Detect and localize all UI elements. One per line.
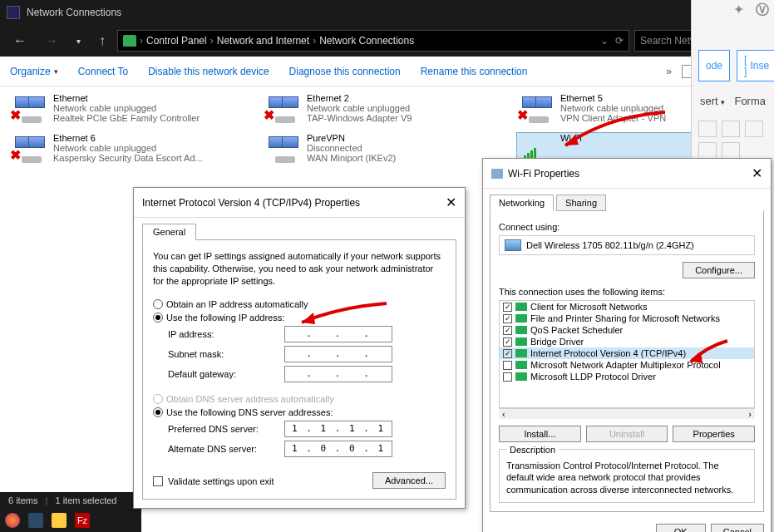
protocol-icon [515, 337, 527, 346]
network-component-row[interactable]: Bridge Driver [500, 336, 754, 347]
bg-align-left-icon[interactable] [722, 121, 740, 137]
horizontal-scrollbar[interactable]: ‹ › [499, 408, 755, 419]
component-checkbox[interactable] [503, 361, 512, 370]
network-component-row[interactable]: Client for Microsoft Networks [500, 301, 754, 313]
validate-checkbox[interactable] [153, 476, 163, 486]
breadcrumb-segment[interactable]: Control Panel [146, 35, 207, 47]
bg-insert-menu[interactable]: sert ▾ [700, 95, 725, 107]
adapter-icon: ✖ [264, 93, 300, 123]
firefox-icon[interactable] [5, 513, 20, 528]
scroll-left-icon[interactable]: ‹ [502, 409, 505, 419]
preferred-dns-input[interactable] [284, 421, 392, 437]
adapter-status: Network cable unplugged [307, 103, 412, 113]
breadcrumb-segment[interactable]: Network and Internet [217, 35, 309, 47]
recent-dropdown[interactable]: ▾ [70, 33, 87, 49]
task-view-icon[interactable] [28, 513, 43, 528]
tab-sharing[interactable]: Sharing [556, 195, 606, 211]
filezilla-icon[interactable]: Fz [75, 513, 90, 528]
install-button[interactable]: Install... [499, 426, 581, 442]
window-title: Network Connections [27, 7, 121, 18]
bg-align-center-icon[interactable] [745, 121, 763, 137]
network-component-row[interactable]: Internet Protocol Version 4 (TCP/IPv4) [500, 347, 754, 359]
breadcrumb-segment[interactable]: Network Connections [319, 35, 414, 47]
bg-plus-icon: ✦ [733, 2, 744, 19]
bg-format-menu[interactable]: Forma [734, 95, 766, 107]
component-label: Internet Protocol Version 4 (TCP/IPv4) [530, 348, 686, 358]
dialog-title: Wi-Fi Properties [508, 168, 579, 180]
adapter-item[interactable]: ✖Ethernet 6Network cable unpluggedKasper… [10, 133, 257, 163]
adapter-item[interactable]: ✖Ethernet 2Network cable unpluggedTAP-Wi… [264, 93, 510, 123]
disable-device-button[interactable]: Disable this network device [148, 66, 269, 77]
component-checkbox[interactable] [503, 326, 512, 335]
default-gateway-input[interactable] [284, 366, 392, 382]
bg-tool-icon[interactable] [698, 121, 717, 137]
ip-address-input[interactable] [284, 326, 392, 342]
breadcrumb[interactable]: › Control Panel › Network and Internet ›… [117, 30, 629, 52]
properties-button[interactable]: Properties [673, 426, 755, 442]
adapter-name: Ethernet [53, 93, 200, 103]
network-component-row[interactable]: QoS Packet Scheduler [500, 324, 754, 336]
advanced-button[interactable]: Advanced... [372, 472, 446, 489]
close-button[interactable]: ✕ [446, 195, 456, 210]
component-checkbox[interactable] [503, 349, 512, 358]
radio-manual-dns[interactable] [153, 407, 163, 417]
network-items-list[interactable]: Client for Microsoft NetworksFile and Pr… [499, 300, 755, 408]
bg-tool-icon[interactable] [722, 142, 740, 159]
radio-manual-ip[interactable] [153, 313, 163, 323]
diagnose-button[interactable]: Diagnose this connection [289, 66, 401, 77]
unplugged-icon: ✖ [10, 107, 21, 123]
wifi-properties-dialog: Wi-Fi Properties ✕ Networking Sharing Co… [482, 158, 772, 532]
organize-menu[interactable]: Organize ▾ [10, 66, 58, 77]
radio-auto-ip[interactable] [153, 299, 163, 309]
adapter-icon: ✖ [517, 93, 554, 123]
subnet-mask-input[interactable] [284, 346, 392, 362]
network-component-row[interactable]: Microsoft LLDP Protocol Driver [500, 371, 754, 382]
subnet-mask-label: Subnet mask: [168, 349, 284, 359]
protocol-icon [515, 314, 527, 323]
cancel-button[interactable]: Cancel [711, 524, 764, 532]
bg-code-button[interactable]: ode [698, 50, 730, 81]
rename-button[interactable]: Rename this connection [421, 66, 528, 77]
tab-general[interactable]: General [142, 224, 196, 240]
bg-insert-button[interactable]: [ ] Inse [737, 50, 774, 81]
refresh-button[interactable]: ⟳ [615, 35, 624, 47]
radio-auto-ip-label[interactable]: Obtain an IP address automatically [166, 299, 308, 309]
description-text: Transmission Control Protocol/Internet P… [506, 460, 747, 495]
tab-networking[interactable]: Networking [490, 195, 554, 211]
configure-button[interactable]: Configure... [683, 262, 755, 278]
adapter-icon [491, 169, 503, 179]
validate-label[interactable]: Validate settings upon exit [168, 476, 274, 486]
alternate-dns-input[interactable] [284, 441, 392, 457]
folder-icon [123, 35, 136, 47]
ok-button[interactable]: OK [656, 524, 706, 532]
adapter-item[interactable]: ✖EthernetNetwork cable unpluggedRealtek … [10, 93, 257, 123]
connect-to-button[interactable]: Connect To [78, 66, 129, 77]
adapter-status: Network cable unplugged [53, 143, 203, 153]
component-checkbox[interactable] [503, 314, 512, 323]
overflow-button[interactable]: » [666, 66, 672, 77]
component-checkbox[interactable] [503, 303, 512, 312]
protocol-icon [515, 361, 527, 369]
chevron-right-icon: › [210, 35, 214, 47]
scroll-right-icon[interactable]: › [748, 409, 752, 419]
file-explorer-icon[interactable] [52, 513, 67, 528]
component-checkbox[interactable] [503, 337, 512, 347]
network-component-row[interactable]: Microsoft Network Adapter Multiplexor Pr… [500, 359, 754, 371]
radio-manual-ip-label[interactable]: Use the following IP address: [166, 313, 284, 323]
adapter-description: VPN Client Adapter - VPN [560, 113, 666, 123]
network-component-row[interactable]: File and Printer Sharing for Microsoft N… [500, 313, 754, 324]
breadcrumb-dropdown[interactable]: ⌄ [600, 35, 609, 47]
radio-auto-dns-label: Obtain DNS server address automatically [166, 394, 334, 404]
adapter-name: Ethernet 6 [53, 133, 203, 143]
radio-manual-dns-label[interactable]: Use the following DNS server addresses: [166, 407, 333, 417]
back-button[interactable]: ← [7, 30, 33, 52]
connect-using-label: Connect using: [499, 222, 755, 232]
adapter-icon: ✖ [10, 133, 47, 163]
component-checkbox[interactable] [503, 372, 512, 382]
forward-button[interactable]: → [38, 30, 65, 52]
adapter-status: Disconnected [307, 143, 396, 153]
bg-align-right-icon[interactable] [698, 142, 717, 159]
adapter-item[interactable]: PureVPNDisconnectedWAN Miniport (IKEv2) [264, 133, 510, 163]
close-button[interactable]: ✕ [752, 165, 762, 181]
up-button[interactable]: ↑ [92, 30, 112, 52]
